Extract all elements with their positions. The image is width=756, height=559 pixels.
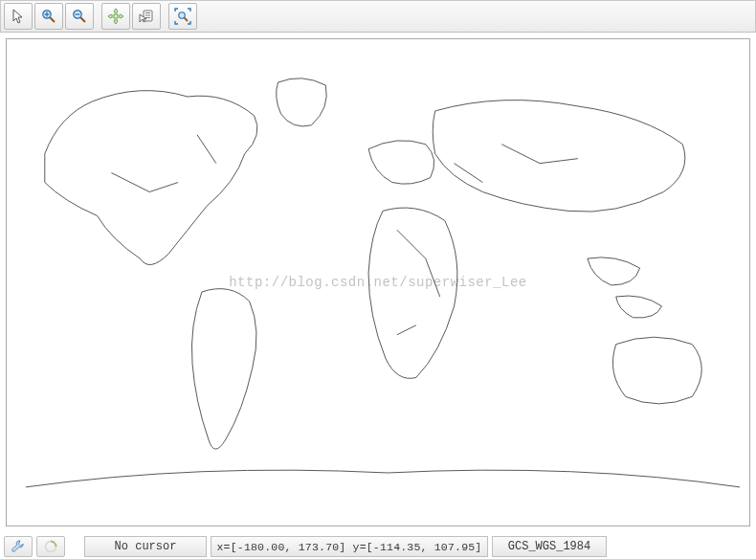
zoom-out-icon — [72, 9, 87, 24]
spinner-icon — [43, 539, 58, 554]
wrench-icon — [11, 539, 26, 554]
identify-tool-button[interactable] — [132, 3, 161, 30]
svg-line-12 — [184, 17, 188, 21]
map-viewport[interactable]: http://blog.csdn.net/superwiser_Lee — [6, 38, 750, 526]
cursor-position-text: No cursor — [115, 540, 177, 553]
full-extent-tool-button[interactable] — [168, 3, 197, 30]
toolbar-separator — [163, 3, 167, 30]
progress-indicator — [36, 536, 65, 557]
toolbar-separator — [96, 3, 100, 30]
map-extent-text: x=[-180.00, 173.70] y=[-114.35, 107.95] — [217, 541, 482, 553]
toolbar — [0, 0, 756, 33]
pan-tool-button[interactable] — [101, 3, 130, 30]
zoom-in-icon — [41, 9, 56, 24]
world-outline-layer — [7, 39, 749, 525]
pointer-tool-button[interactable] — [4, 3, 33, 30]
identify-icon — [139, 9, 154, 24]
zoom-out-tool-button[interactable] — [65, 3, 94, 30]
zoom-in-tool-button[interactable] — [34, 3, 63, 30]
svg-line-5 — [80, 17, 85, 22]
measure-tool-button[interactable] — [4, 536, 33, 557]
pointer-icon — [11, 9, 26, 24]
svg-line-1 — [50, 17, 55, 22]
crs-label: GCS_WGS_1984 — [508, 540, 590, 553]
svg-point-11 — [179, 12, 185, 18]
full-extent-icon — [174, 8, 191, 25]
map-extent-cell: x=[-180.00, 173.70] y=[-114.35, 107.95] — [211, 536, 488, 557]
pan-icon — [107, 8, 124, 25]
status-bar: No cursor x=[-180.00, 173.70] y=[-114.35… — [0, 534, 756, 559]
cursor-position-cell: No cursor — [84, 536, 207, 557]
crs-button[interactable]: GCS_WGS_1984 — [492, 536, 607, 557]
